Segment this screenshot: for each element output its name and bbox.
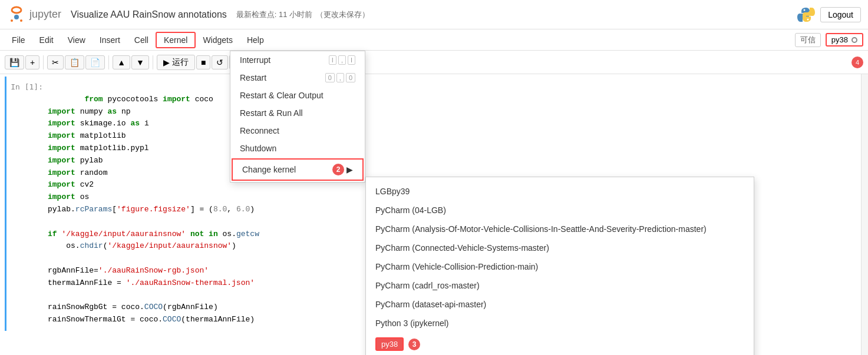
menu-cell[interactable]: Cell xyxy=(127,33,156,47)
svg-point-1 xyxy=(14,15,19,19)
cut-button[interactable]: ✂ xyxy=(47,55,64,69)
kernel-menu-shutdown[interactable]: Shutdown xyxy=(230,140,365,157)
reconnect-label: Reconnect xyxy=(240,126,279,135)
svg-point-4 xyxy=(804,9,806,11)
interrupt-label: Interrupt xyxy=(240,55,270,65)
kernel-indicator: py38 xyxy=(826,33,863,47)
kernel-option-pycharm-analysis[interactable]: PyCharm (Analysis-Of-Motor-Vehicle-Colli… xyxy=(366,220,754,238)
kernel-option-pycharm-dataset[interactable]: PyCharm (dataset-api-master) xyxy=(366,295,754,314)
submenu-badge3: 3 xyxy=(408,339,420,350)
run-label: 运行 xyxy=(172,57,189,68)
jupyter-logo-icon xyxy=(7,5,26,24)
kernel-option-pycharm-cadrl[interactable]: PyCharm (cadrl_ros-master) xyxy=(366,276,754,295)
py38-selected-badge: py38 xyxy=(375,337,404,351)
toolbar-badge: 4 xyxy=(852,57,863,68)
paste-button[interactable]: 📄 xyxy=(85,55,105,69)
kernel-menu-reconnect[interactable]: Reconnect xyxy=(230,122,365,140)
submenu-arrow-icon: ▶ xyxy=(346,165,353,174)
svg-point-3 xyxy=(20,19,22,22)
save-button[interactable]: 💾 xyxy=(5,55,24,69)
menubar: File Edit View Insert Cell Kernel Widget… xyxy=(0,29,868,51)
menu-view[interactable]: View xyxy=(61,33,93,47)
shortcut-key-r2: , xyxy=(336,73,344,82)
shortcut-key-i3: I xyxy=(348,55,355,65)
run-button[interactable]: ▶ 运行 xyxy=(157,55,195,70)
menu-kernel[interactable]: Kernel xyxy=(156,32,196,48)
svg-point-5 xyxy=(807,18,809,20)
python-icon xyxy=(797,5,816,24)
kernel-option-pycharm-04lgb[interactable]: PyCharm (04-LGB) xyxy=(366,201,754,220)
logout-button[interactable]: Logout xyxy=(820,7,861,22)
notebook-title[interactable]: Visualize AAU RainSnow annotations xyxy=(71,9,227,20)
kernel-option-pycharm-vehicle[interactable]: PyCharm (Vehicle-Collision-Prediction-ma… xyxy=(366,257,754,276)
separator-3 xyxy=(153,55,153,69)
change-kernel-item[interactable]: Change kernel 2 ▶ xyxy=(232,158,364,181)
kernel-option-pycharm-connected[interactable]: PyCharm (Connected-Vehicle-Systems-maste… xyxy=(366,238,754,257)
kernel-menu-restart[interactable]: Restart 0 , 0 xyxy=(230,69,365,87)
separator-1 xyxy=(43,55,44,69)
kernel-menu-restart-clear[interactable]: Restart & Clear Output xyxy=(230,87,365,104)
checkpoint-info: 最新检查点: 11 小时前 xyxy=(236,9,312,20)
kernel-menu-restart-run[interactable]: Restart & Run All xyxy=(230,104,365,122)
shutdown-label: Shutdown xyxy=(240,144,276,153)
change-kernel-label: Change kernel xyxy=(242,165,296,174)
move-up-button[interactable]: ▲ xyxy=(113,55,130,69)
menu-help[interactable]: Help xyxy=(240,33,271,47)
trusted-badge: 可信 xyxy=(795,33,821,47)
restart-run-label: Restart & Run All xyxy=(240,108,303,118)
kernel-menu-dropdown: Interrupt I , I Restart 0 , 0 Restart & … xyxy=(230,51,365,183)
shortcut-key-r3: 0 xyxy=(346,73,355,82)
separator-2 xyxy=(108,55,109,69)
restart-label: Restart xyxy=(240,73,266,82)
kernel-option-py38[interactable]: py38 3 xyxy=(366,333,754,355)
stop-button[interactable]: ■ xyxy=(196,55,210,69)
restart-clear-label: Restart & Clear Output xyxy=(240,91,324,100)
move-down-button[interactable]: ▼ xyxy=(131,55,149,69)
restart-button[interactable]: ↺ xyxy=(212,55,228,69)
svg-point-2 xyxy=(11,19,13,22)
restart-shortcut: 0 , 0 xyxy=(325,73,355,82)
run-icon: ▶ xyxy=(163,58,170,67)
svg-point-0 xyxy=(12,7,21,13)
menu-file[interactable]: File xyxy=(5,33,32,47)
toolbar: 💾 + ✂ 📋 📄 ▲ ▼ ▶ 运行 ■ ↺ Code Markdown Raw… xyxy=(0,51,868,74)
shortcut-key-r1: 0 xyxy=(325,73,335,82)
header: jupyter Visualize AAU RainSnow annotatio… xyxy=(0,0,868,29)
kernel-option-python3[interactable]: Python 3 (ipykernel) xyxy=(366,314,754,333)
menu-widgets[interactable]: Widgets xyxy=(196,33,240,47)
add-cell-button[interactable]: + xyxy=(25,55,39,69)
cell-label: In [1]: xyxy=(6,81,48,326)
kernel-name: py38 xyxy=(831,35,848,44)
copy-button[interactable]: 📋 xyxy=(65,55,84,69)
scrollbar[interactable] xyxy=(861,74,868,355)
change-kernel-badge: 2 xyxy=(332,164,344,175)
logo: jupyter xyxy=(7,5,61,24)
interrupt-shortcut: I , I xyxy=(329,55,355,65)
unsaved-info: （更改未保存） xyxy=(316,9,369,20)
menu-insert[interactable]: Insert xyxy=(93,33,127,47)
kernel-menu-interrupt[interactable]: Interrupt I , I xyxy=(230,51,365,69)
menu-edit[interactable]: Edit xyxy=(32,33,61,47)
kernel-circle-icon xyxy=(852,37,857,43)
shortcut-key-i2: , xyxy=(338,55,346,65)
logo-text: jupyter xyxy=(29,8,61,21)
shortcut-key-i1: I xyxy=(329,55,336,65)
change-kernel-submenu: LGBpy39 PyCharm (04-LGB) PyCharm (Analys… xyxy=(365,177,754,355)
kernel-option-lgbpy39[interactable]: LGBpy39 xyxy=(366,182,754,201)
